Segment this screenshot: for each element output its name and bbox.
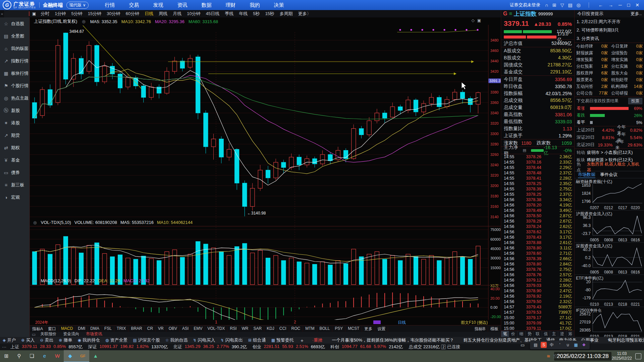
- sidebar-item-期货[interactable]: ↗期货: [0, 129, 30, 141]
- ind-tab-PSY[interactable]: PSY: [332, 326, 345, 332]
- sidebar-item-宏观[interactable]: ◑宏观: [0, 191, 30, 203]
- ind-tab-窗口[interactable]: 窗口: [46, 326, 59, 332]
- task-view-icon[interactable]: ❏: [25, 350, 38, 362]
- ime-icon[interactable]: ▦: [573, 342, 579, 348]
- menu-icon[interactable]: ≡: [509, 11, 512, 17]
- period-tab-1分钟[interactable]: 1分钟: [52, 11, 68, 17]
- collapse-macd-icon[interactable]: ◎: [33, 279, 37, 283]
- ind-tab-CR[interactable]: CR: [145, 326, 156, 332]
- ind-tab-BRAR[interactable]: BRAR: [128, 326, 145, 332]
- menu-决策[interactable]: 决策: [274, 2, 284, 8]
- sidebar-item-自选股[interactable]: ☆自选股: [0, 17, 30, 30]
- maximize-button[interactable]: □: [626, 2, 631, 8]
- menu-数据[interactable]: 数据: [201, 2, 211, 8]
- ind-right-指标B[interactable]: 指标B: [472, 326, 488, 332]
- index-科创[interactable]: 科创1094.7761.685.97%2142亿: [328, 344, 406, 350]
- air-quality-icon[interactable]: ≋: [547, 354, 550, 359]
- period-tab-年线[interactable]: 年线: [236, 11, 250, 17]
- edge-icon[interactable]: e: [38, 350, 51, 362]
- tick-list[interactable]: 14:553378.262.36亿14:553378.162.33亿14:553…: [501, 154, 575, 330]
- menu-交易[interactable]: 交易: [129, 2, 139, 8]
- tray-monitor-icon[interactable]: ▭: [521, 343, 525, 348]
- 预警委托-button[interactable]: ▦预警委托: [269, 337, 297, 343]
- sidebar-item-基金[interactable]: ¥基金: [0, 154, 30, 166]
- diamond-tool-icon[interactable]: ◇: [471, 18, 474, 23]
- 闪电卖出-button[interactable]: ↯闪电卖出: [218, 337, 246, 343]
- vote-button[interactable]: 投票: [628, 98, 642, 104]
- period-tab-5秒[interactable]: 5秒: [250, 11, 262, 17]
- f10-toggle[interactable]: 图文F10 (侧边): [461, 320, 488, 325]
- ind-tab-SAR[interactable]: SAR: [251, 326, 264, 332]
- period-tab-15分钟[interactable]: 15分钟: [85, 11, 104, 17]
- scrollbar-thumb[interactable]: [373, 320, 381, 324]
- tip-item[interactable]: 3. 分类资讯: [575, 34, 644, 43]
- ticker-item[interactable]: 一个月暴涨50%，提前抓住36%的涨幅，韦尔股份还能不能买？: [327, 337, 459, 343]
- tip-item[interactable]: 2. 可转债即将到期3只: [575, 26, 644, 34]
- sidebar-item-全景图[interactable]: ▤全景图: [0, 30, 30, 42]
- 资产全景-button[interactable]: ◍资产全景: [103, 337, 130, 343]
- tips-more-link[interactable]: 更多..: [631, 11, 644, 17]
- sidebar-item-新股[interactable]: Ⓝ新股: [0, 104, 30, 117]
- ind-tab-TRIX[interactable]: TRIX: [114, 326, 128, 332]
- sidebar-item-债券[interactable]: ▭债券: [0, 166, 30, 179]
- ind-tab-RSI[interactable]: RSI: [227, 326, 239, 332]
- period-tab-45日线[interactable]: 45日线: [203, 11, 222, 17]
- dots-icon[interactable]: ⋯: [0, 345, 6, 350]
- sidebar-item-港股[interactable]: ✶港股: [0, 117, 30, 129]
- ind-tab-MCST[interactable]: MCST: [345, 326, 362, 332]
- headset-icon[interactable]: ∩: [545, 2, 548, 8]
- menu-我的[interactable]: 我的: [250, 2, 260, 8]
- period-tab-更多〉[interactable]: 更多〉: [296, 11, 314, 17]
- ind-tab-EMV[interactable]: EMV: [191, 326, 205, 332]
- ind-tab-MACD[interactable]: MACD: [59, 326, 75, 332]
- settings-icon[interactable]: ◎: [577, 2, 581, 8]
- ind-tab-VOL-TDX[interactable]: VOL-TDX: [205, 326, 227, 332]
- tick-tab-主[interactable]: 主: [550, 331, 558, 337]
- window-icon[interactable]: ▣: [29, 11, 38, 16]
- ticker-item[interactable]: ·重挫: [308, 337, 327, 343]
- menu-行情[interactable]: 行情: [105, 2, 115, 8]
- collapse-sidebar-icon[interactable]: «: [0, 12, 4, 16]
- news-ticker[interactable]: ·重挫一个月暴涨50%，提前抓住36%的涨幅，韦尔股份还能不能买？前五大持仓行业…: [308, 337, 644, 343]
- tick-tab-势[interactable]: 势: [526, 331, 534, 337]
- ind-tab-FSL[interactable]: FSL: [102, 326, 114, 332]
- chart-app-icon[interactable]: ▲: [89, 350, 102, 362]
- chart-area[interactable]: 上证指数(日线,前复权) ◎ MA5: 3352.35MA10: 3342.76…: [30, 17, 501, 337]
- collapse-vol-icon[interactable]: ◎: [33, 220, 37, 225]
- ind-tab-设置[interactable]: 设置: [375, 326, 388, 332]
- period-tab-分时[interactable]: 分时: [38, 11, 52, 17]
- ind-tab-DMI[interactable]: DMI: [75, 326, 88, 332]
- tick-tab-细[interactable]: 细: [518, 331, 526, 337]
- gf-terminal-icon[interactable]: GF: [76, 350, 89, 362]
- ime-icon[interactable]: ∪: [565, 342, 571, 348]
- ind-tab-更多[interactable]: 更多: [362, 326, 375, 332]
- tick-tab-值[interactable]: 值: [542, 331, 550, 337]
- ind-right-模板[interactable]: 模板: [488, 326, 501, 332]
- tick-tab-筹[interactable]: 筹: [567, 331, 575, 337]
- announcement-icon[interactable]: ▤: [568, 2, 572, 8]
- edition-dropdown[interactable]: 现代版 ∨: [66, 2, 89, 9]
- 我的持仓-button[interactable]: ◉我的持仓: [75, 337, 102, 343]
- 卖出-button[interactable]: ⊖卖出: [37, 337, 56, 343]
- ime-icon[interactable]: ❖: [581, 342, 587, 348]
- ind-tab-KDJ[interactable]: KDJ: [264, 326, 277, 332]
- sidebar-item-新三板[interactable]: ≡新三板: [0, 179, 30, 191]
- period-tab-5分钟[interactable]: 5分钟: [69, 11, 85, 17]
- ind-tab-CCI[interactable]: CCI: [277, 326, 289, 332]
- forward-button[interactable]: →: [607, 2, 614, 8]
- close-button[interactable]: ✕: [634, 2, 641, 8]
- layout-icon[interactable]: ⊞: [552, 2, 556, 8]
- 沪深京个股-button[interactable]: ▤沪深京个股: [130, 337, 162, 343]
- 组合通-button[interactable]: ⊞组合通: [246, 337, 269, 343]
- 开户-button[interactable]: ◈开户: [0, 337, 18, 343]
- period-tab-周线[interactable]: 周线: [156, 11, 170, 17]
- mkt-tab-市场数据[interactable]: 市场数据: [578, 172, 595, 178]
- sidebar-item-指数行情[interactable]: ↗指数行情: [0, 55, 30, 67]
- 买入-button[interactable]: ⊕买入: [18, 337, 37, 343]
- collapse-pane-icon[interactable]: ◎: [82, 19, 85, 24]
- index-北证[interactable]: 北证1345.2936.252.77%390.2亿: [170, 344, 250, 350]
- index-上证[interactable]: 上证3379.1128.330.85%8557亿: [8, 344, 85, 350]
- period-tab-30分钟[interactable]: 30分钟: [104, 11, 123, 17]
- menu-发现[interactable]: 发现: [153, 2, 163, 8]
- ime-toolbar[interactable]: ▤S中’∪▦❖: [530, 341, 590, 349]
